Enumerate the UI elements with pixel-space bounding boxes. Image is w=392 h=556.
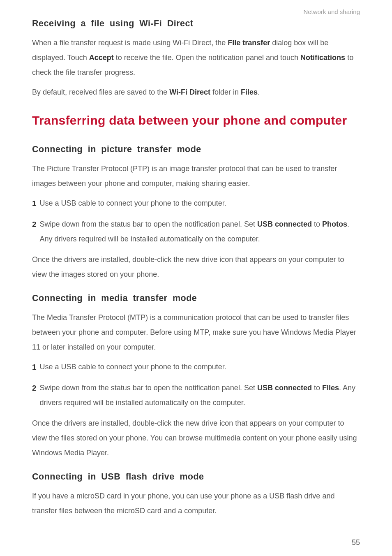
text-run: Swipe down from the status bar to open t… — [40, 220, 257, 228]
bold-text: Wi-Fi Direct — [169, 88, 210, 96]
heading-receiving-wifi-direct: Receiving a file using Wi-Fi Direct — [32, 19, 360, 29]
bold-text: Files — [322, 384, 339, 392]
text-run: to — [312, 220, 322, 228]
step-number: 2 — [32, 217, 37, 246]
text-run: to — [312, 384, 322, 392]
paragraph: The Picture Transfer Protocol (PTP) is a… — [32, 161, 360, 191]
document-page: Network and sharing Receiving a file usi… — [0, 0, 392, 556]
step-number: 1 — [32, 196, 37, 211]
bold-text: Files — [241, 88, 258, 96]
paragraph: Once the drivers are installed, double-c… — [32, 252, 360, 282]
text-run: Swipe down from the status bar to open t… — [40, 384, 257, 392]
text-run: When a file transfer request is made usi… — [32, 39, 228, 47]
heading-media-transfer-mode: Connecting in media transfer mode — [32, 293, 360, 303]
step-text: Use a USB cable to connect your phone to… — [40, 359, 360, 375]
running-header: Network and sharing — [32, 8, 360, 15]
step-item: 2 Swipe down from the status bar to open… — [32, 380, 360, 410]
step-number: 2 — [32, 380, 37, 410]
page-number: 55 — [352, 538, 360, 547]
text-run: . — [258, 88, 260, 96]
heading-usb-flash-drive-mode: Connecting in USB flash drive mode — [32, 472, 360, 482]
paragraph: By default, received files are saved to … — [32, 85, 360, 100]
bold-text: USB connected — [257, 220, 312, 228]
step-text: Use a USB cable to connect your phone to… — [40, 196, 360, 211]
bold-text: USB connected — [257, 384, 312, 392]
heading-transferring-data: Transferring data between your phone and… — [32, 109, 360, 133]
step-item: 1 Use a USB cable to connect your phone … — [32, 196, 360, 211]
paragraph: When a file transfer request is made usi… — [32, 35, 360, 80]
step-item: 1 Use a USB cable to connect your phone … — [32, 359, 360, 375]
paragraph: If you have a microSD card in your phone… — [32, 489, 360, 518]
paragraph: The Media Transfer Protocol (MTP) is a c… — [32, 310, 360, 354]
bold-text: File transfer — [228, 39, 270, 47]
bold-text: Notifications — [300, 53, 345, 62]
step-number: 1 — [32, 359, 37, 375]
step-item: 2 Swipe down from the status bar to open… — [32, 217, 360, 246]
text-run: to receive the file. Open the notificati… — [114, 53, 300, 62]
text-run: By default, received files are saved to … — [32, 88, 169, 96]
step-text: Swipe down from the status bar to open t… — [40, 217, 360, 246]
bold-text: Photos — [322, 220, 347, 228]
bold-text: Accept — [89, 53, 114, 62]
text-run: folder in — [210, 88, 241, 96]
heading-picture-transfer-mode: Connecting in picture transfer mode — [32, 144, 360, 155]
paragraph: Once the drivers are installed, double-c… — [32, 416, 360, 460]
step-text: Swipe down from the status bar to open t… — [40, 380, 360, 410]
